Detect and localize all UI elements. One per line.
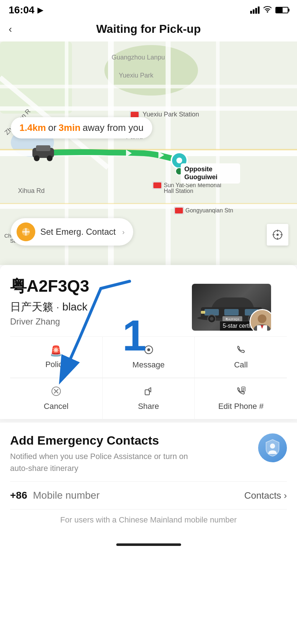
svg-text:粤A2F3Q3: 粤A2F3Q3 (225, 318, 239, 321)
emergency-card: Add Emergency Contacts Notified when you… (0, 419, 297, 538)
distance-suffix: away from you (83, 122, 144, 133)
svg-rect-18 (36, 145, 50, 151)
svg-rect-2 (0, 41, 72, 114)
distance-min: 3min (59, 122, 81, 133)
svg-point-70 (258, 314, 266, 323)
battery-icon (275, 7, 288, 13)
svg-rect-9 (166, 41, 171, 265)
car-image: 粤A2F3Q3 5-star certification (192, 284, 271, 331)
cancel-button[interactable]: Cancel (10, 378, 103, 419)
edit-phone-label: Edit Phone # (218, 402, 264, 411)
location-status-icon: ▶ (37, 6, 43, 14)
emergency-icon: + (17, 222, 35, 241)
svg-text:Xihua Rd: Xihua Rd (18, 187, 45, 194)
svg-rect-11 (216, 41, 220, 265)
svg-rect-7 (0, 85, 297, 88)
footer-note: For users with a Chinese Mainland mobile… (10, 515, 287, 530)
signal-icon (250, 6, 260, 14)
distance-connector: or (48, 122, 57, 133)
svg-point-19 (34, 155, 40, 161)
svg-rect-59 (224, 309, 239, 316)
home-bar (116, 543, 181, 546)
share-icon (144, 386, 154, 399)
emergency-contact-button[interactable]: + Set Emerg. Contact › (11, 218, 133, 246)
svg-text:Hall Station: Hall Station (164, 188, 193, 194)
action-row-2: Cancel Share Edit Phone # (10, 378, 287, 419)
svg-text:Opposite: Opposite (184, 166, 212, 173)
shield-person-icon (265, 439, 280, 457)
emergency-description: Notified when you use Police Assistance … (10, 450, 190, 474)
svg-text:Guangzhou Lanpu: Guangzhou Lanpu (112, 54, 165, 61)
emergency-label: Set Emerg. Contact (40, 227, 116, 237)
message-icon (144, 345, 154, 357)
svg-rect-32 (153, 182, 161, 188)
distance-bubble: 1.4km or 3min away from you (11, 117, 152, 138)
shield-icon (258, 433, 287, 462)
location-button[interactable] (267, 224, 288, 246)
map-area: Zhanqian R Xihua Rd Ludi St Panfu Yuexiu… (0, 41, 297, 265)
svg-rect-14 (0, 203, 297, 204)
edit-phone-button[interactable]: Edit Phone # (195, 378, 287, 419)
status-bar: 16:04 ▶ (0, 0, 297, 19)
edit-phone-icon (236, 386, 246, 399)
message-label: Message (132, 360, 165, 370)
svg-point-22 (176, 158, 182, 163)
cancel-label: Cancel (44, 402, 68, 411)
svg-rect-65 (201, 311, 205, 314)
car-color: black (62, 301, 87, 313)
phone-prefix: +86 (10, 490, 27, 501)
emergency-header: Add Emergency Contacts Notified when you… (10, 433, 287, 474)
share-button[interactable]: Share (103, 378, 195, 419)
emergency-text-block: Add Emergency Contacts Notified when you… (10, 433, 190, 474)
phone-input-row[interactable]: +86 Contacts › (10, 481, 287, 510)
contacts-link[interactable]: Contacts › (244, 490, 287, 501)
svg-text:Yuexiu Park: Yuexiu Park (119, 72, 154, 79)
svg-point-20 (47, 155, 53, 161)
police-button[interactable]: 🚨 Police (10, 337, 103, 378)
emergency-title: Add Emergency Contacts (10, 433, 190, 447)
crosshair-icon (272, 229, 283, 241)
status-icons (250, 6, 288, 14)
action-row-1: 🚨 Police Message Call (10, 336, 287, 378)
police-icon: 🚨 (50, 345, 62, 357)
cancel-icon (51, 386, 61, 399)
driver-card: 粤A2F3Q3 日产天籁 · black Driver Zhang (0, 265, 297, 419)
top-nav: ‹ Waiting for Pick-up (0, 19, 297, 41)
car-image-area: 粤A2F3Q3 5-star certification (192, 284, 278, 331)
svg-text:Yuexiu Park Station: Yuexiu Park Station (143, 111, 199, 118)
svg-rect-6 (0, 106, 297, 111)
svg-point-83 (270, 444, 275, 449)
svg-text:Guoguiwei: Guoguiwei (184, 173, 217, 181)
emergency-arrow: › (122, 228, 125, 236)
police-label: Police (45, 360, 67, 369)
svg-text:Gongyuanqian Stn: Gongyuanqian Stn (185, 207, 233, 213)
home-indicator (0, 538, 297, 550)
svg-point-62 (210, 317, 213, 321)
back-button[interactable]: ‹ (9, 23, 12, 35)
call-label: Call (234, 360, 248, 370)
share-label: Share (138, 402, 159, 411)
phone-input[interactable] (33, 490, 239, 501)
svg-point-74 (147, 348, 150, 351)
call-icon (236, 345, 246, 357)
svg-rect-29 (131, 112, 139, 118)
wifi-icon (263, 6, 272, 14)
svg-rect-36 (175, 208, 183, 213)
car-model: 日产天籁 (10, 301, 53, 313)
svg-rect-5 (0, 204, 297, 209)
call-button[interactable]: Call (195, 337, 287, 378)
status-time: 16:04 ▶ (9, 4, 43, 16)
svg-point-50 (276, 234, 279, 236)
message-button[interactable]: Message (103, 337, 195, 378)
distance-km: 1.4km (19, 122, 46, 133)
page-title: Waiting for Pick-up (96, 22, 201, 36)
